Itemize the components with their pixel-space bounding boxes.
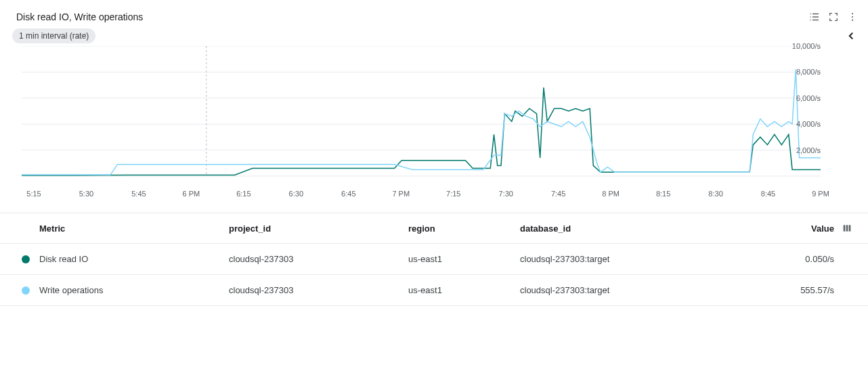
cell-db: cloudsql-237303:target [520, 285, 771, 295]
svg-point-3 [810, 14, 811, 15]
cell-value: 0.050/s [771, 254, 838, 264]
svg-rect-17 [846, 225, 848, 231]
col-header-db[interactable]: database_id [520, 223, 771, 234]
legend-row[interactable]: Write operationscloudsql-237303us-east1c… [0, 275, 868, 306]
svg-point-5 [810, 20, 811, 21]
x-tick-label: 6 PM [183, 190, 200, 198]
legend-header-row: Metric project_id region database_id Val… [0, 213, 868, 244]
svg-point-7 [852, 16, 853, 18]
series-color-dot [22, 255, 30, 263]
svg-point-4 [810, 16, 811, 18]
cell-metric: Write operations [39, 285, 229, 295]
collapse-chevron-icon[interactable] [844, 28, 859, 43]
more-options-icon[interactable] [846, 11, 859, 23]
x-tick-label: 5:15 [26, 190, 41, 198]
cell-value: 555.57/s [771, 285, 838, 295]
x-tick-label: 7:45 [551, 190, 565, 198]
y-tick-label: 4,000/s [796, 120, 821, 128]
col-header-value[interactable]: Value [771, 223, 838, 234]
x-tick-label: 8:30 [708, 190, 722, 198]
interval-chip[interactable]: 1 min interval (rate) [12, 28, 95, 43]
svg-rect-16 [844, 225, 846, 231]
col-header-metric[interactable]: Metric [39, 223, 229, 234]
x-tick-label: 7:30 [498, 190, 513, 198]
cell-region: us-east1 [408, 285, 520, 295]
col-header-project[interactable]: project_id [229, 223, 408, 234]
legend-list-icon[interactable] [808, 11, 821, 23]
x-tick-label: 8 PM [602, 190, 620, 198]
fullscreen-icon[interactable] [827, 11, 840, 23]
x-tick-label: 6:45 [341, 190, 355, 198]
columns-config-icon[interactable] [838, 223, 856, 234]
legend-table: Metric project_id region database_id Val… [0, 213, 868, 306]
x-tick-label: 5:45 [131, 190, 146, 198]
x-tick-label: 7 PM [392, 190, 410, 198]
x-tick-label: 9 PM [812, 190, 829, 198]
chart-plot[interactable]: 10,000/s8,000/s6,000/s4,000/s2,000/s [22, 46, 821, 188]
svg-point-6 [852, 13, 853, 14]
y-tick-label: 2,000/s [796, 146, 821, 154]
cell-metric: Disk read IO [39, 254, 229, 264]
cell-project: cloudsql-237303 [229, 285, 408, 295]
y-tick-label: 6,000/s [796, 94, 821, 102]
x-tick-label: 8:45 [761, 190, 775, 198]
x-tick-label: 8:15 [656, 190, 670, 198]
cell-project: cloudsql-237303 [229, 254, 408, 264]
x-axis-labels: 5:155:305:456 PM6:156:306:457 PM7:157:30… [34, 190, 821, 202]
col-header-region[interactable]: region [408, 223, 520, 234]
svg-point-8 [852, 20, 853, 21]
cell-region: us-east1 [408, 254, 520, 264]
series-color-dot [22, 286, 30, 295]
x-tick-label: 7:15 [446, 190, 460, 198]
legend-row[interactable]: Disk read IOcloudsql-237303us-east1cloud… [0, 244, 868, 275]
page-title: Disk read IO, Write operations [16, 12, 143, 22]
x-tick-label: 6:30 [289, 190, 303, 198]
y-tick-label: 10,000/s [792, 42, 821, 50]
y-tick-label: 8,000/s [796, 68, 821, 76]
svg-rect-18 [849, 225, 851, 231]
x-tick-label: 6:15 [236, 190, 251, 198]
x-tick-label: 5:30 [79, 190, 93, 198]
cell-db: cloudsql-237303:target [520, 254, 771, 264]
y-axis-labels: 10,000/s8,000/s6,000/s4,000/s2,000/s [777, 46, 821, 176]
